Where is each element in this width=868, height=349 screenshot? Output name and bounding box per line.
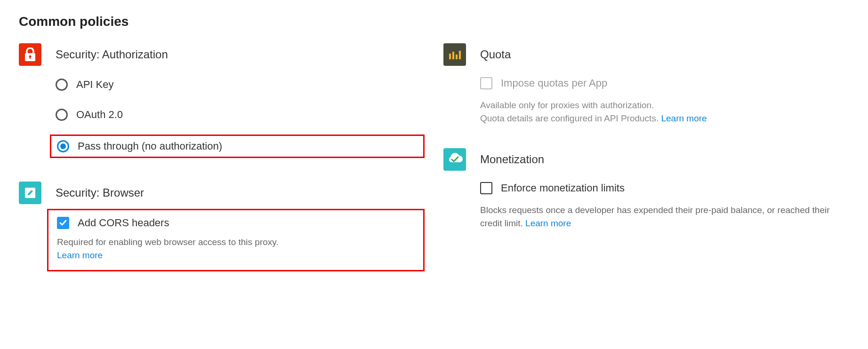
monetization-learn-more-link[interactable]: Learn more <box>525 218 571 228</box>
monetization-section: Monetization Enforce monetization limits… <box>443 148 849 230</box>
cors-learn-more-link[interactable]: Learn more <box>57 250 103 260</box>
radio-passthrough[interactable]: Pass through (no authorization) <box>50 135 425 158</box>
page-title: Common policies <box>19 14 849 29</box>
cloud-check-icon <box>443 148 466 171</box>
monetization-title: Monetization <box>480 153 544 166</box>
cors-label: Add CORS headers <box>78 217 169 229</box>
quota-learn-more-link[interactable]: Learn more <box>661 113 707 123</box>
svg-rect-6 <box>456 55 458 59</box>
security-auth-title: Security: Authorization <box>56 48 168 61</box>
checkbox-icon <box>480 77 492 89</box>
radio-oauth[interactable]: OAuth 2.0 <box>50 104 425 125</box>
radio-icon <box>56 79 68 91</box>
radio-icon <box>57 140 69 152</box>
security-browser-title: Security: Browser <box>56 186 144 199</box>
bars-icon <box>443 43 466 66</box>
radio-label-api-key: API Key <box>76 79 113 91</box>
lock-icon <box>19 43 41 66</box>
radio-api-key[interactable]: API Key <box>50 74 425 95</box>
cors-help-text: Required for enabling web browser access… <box>57 237 279 247</box>
checkbox-cors[interactable]: Add CORS headers <box>57 217 415 229</box>
security-authorization-section: Security: Authorization API Key OAuth 2.… <box>19 43 425 158</box>
cors-highlight: Add CORS headers Required for enabling w… <box>47 209 425 271</box>
quota-title: Quota <box>480 48 511 61</box>
radio-icon <box>56 109 68 121</box>
quota-section: Quota Impose quotas per App Available on… <box>443 43 849 125</box>
svg-rect-2 <box>30 56 31 59</box>
security-browser-section: Security: Browser Add CORS headers Requi… <box>19 182 425 271</box>
svg-rect-7 <box>459 51 461 59</box>
checkbox-quota: Impose quotas per App <box>480 77 849 89</box>
checkbox-monetization[interactable]: Enforce monetization limits <box>480 182 849 194</box>
quota-checkbox-label: Impose quotas per App <box>501 77 607 89</box>
pencil-icon <box>19 182 41 204</box>
quota-help-line1: Available only for proxies with authoriz… <box>480 100 654 110</box>
radio-label-passthrough: Pass through (no authorization) <box>78 140 222 152</box>
checkbox-icon <box>480 182 492 194</box>
radio-label-oauth: OAuth 2.0 <box>76 109 123 121</box>
quota-help-line2: Quota details are configured in API Prod… <box>480 113 659 123</box>
svg-rect-4 <box>449 54 451 59</box>
checkbox-icon <box>57 217 69 229</box>
monetization-checkbox-label: Enforce monetization limits <box>501 182 625 194</box>
svg-rect-5 <box>452 52 454 59</box>
